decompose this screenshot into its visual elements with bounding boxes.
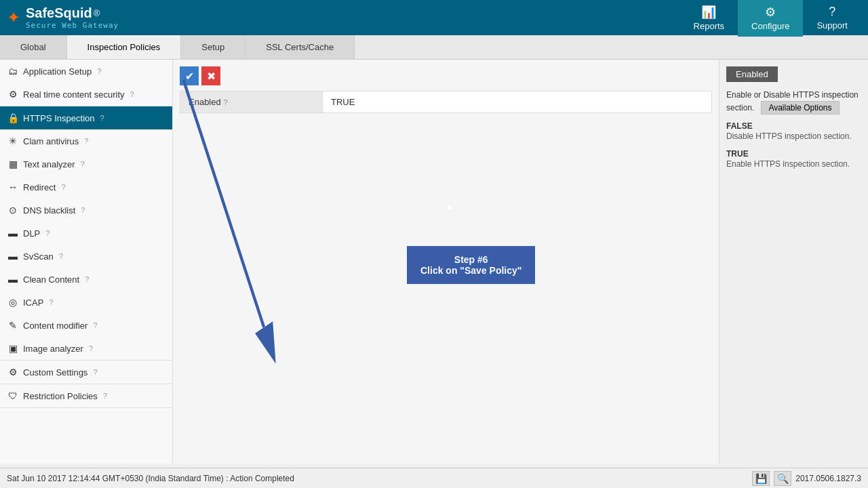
app-tagline: Secure Web Gateway [26, 21, 119, 30]
content-modifier-help-icon: ? [93, 321, 97, 329]
clean-content-help-icon: ? [85, 275, 89, 283]
sidebar-item-clean-content-label: Clean Content [23, 274, 79, 285]
status-bar: Sat Jun 10 2017 12:14:44 GMT+0530 (India… [0, 468, 868, 488]
sidebar: 🗂 Application Setup ? ⚙ Real time conten… [0, 60, 173, 464]
sidebar-item-content-modifier[interactable]: ✎ Content modifier ? [0, 314, 172, 337]
clam-antivirus-icon: ✳ [7, 136, 19, 146]
restriction-policies-help-icon: ? [103, 392, 107, 400]
sidebar-item-svscan[interactable]: ▬ SvScan ? [0, 245, 172, 268]
available-options-button[interactable]: Available Options [761, 101, 839, 115]
sidebar-item-text-analyzer-label: Text analyzer [23, 159, 75, 169]
sidebar-item-image-analyzer[interactable]: ▣ Image analyzer ? [0, 337, 172, 360]
rp-option-false: FALSE Disable HTTPS inspection section. [726, 121, 861, 142]
sidebar-section-1: 🗂 Application Setup ? ⚙ Real time conten… [0, 60, 172, 106]
sidebar-item-https-inspection[interactable]: 🔒 HTTPS Inspection ? [0, 106, 172, 129]
field-value: TRUE [323, 92, 363, 113]
reports-nav-btn[interactable]: 📊 Reports [680, 0, 738, 37]
text-analyzer-help-icon: ? [81, 160, 85, 168]
rp-false-desc: Disable HTTPS inspection section. [726, 131, 861, 142]
sidebar-item-custom-settings-label: Custom Settings [23, 367, 87, 378]
sidebar-item-application-setup-label: Application Setup [23, 66, 92, 77]
sidebar-item-content-modifier-label: Content modifier [23, 321, 87, 331]
sidebar-item-real-time-label: Real time content security [23, 89, 125, 100]
content-modifier-icon: ✎ [7, 320, 19, 331]
redirect-help-icon: ? [61, 183, 65, 191]
dlp-icon: ▬ [7, 228, 19, 239]
policy-row: Enabled ? TRUE [180, 91, 712, 113]
rp-enabled-button[interactable]: Enabled [726, 66, 778, 82]
arrow-overlay [173, 60, 719, 464]
tab-global[interactable]: Global [0, 35, 67, 59]
search-icon-button[interactable]: 🔍 [774, 471, 791, 486]
https-inspection-icon: 🔒 [7, 113, 19, 123]
sidebar-item-clean-content[interactable]: ▬ Clean Content ? [0, 268, 172, 291]
sidebar-section-2: 🔒 HTTPS Inspection ? ✳ Clam antivirus ? … [0, 106, 172, 361]
svscan-icon: ▬ [7, 251, 19, 262]
configure-label: Configure [751, 21, 789, 31]
configure-icon: ⚙ [765, 5, 776, 20]
top-nav: ✦ SafeSquid ® Secure Web Gateway 📊 Repor… [0, 0, 868, 35]
brand-name: SafeSquid ® [26, 5, 119, 21]
real-time-help-icon: ? [130, 90, 134, 98]
https-help-icon: ? [100, 114, 104, 122]
step-line1: Step #6 [420, 254, 521, 265]
save-icon-button[interactable]: 💾 [752, 471, 770, 486]
reports-icon: 📊 [701, 5, 716, 20]
sidebar-item-image-analyzer-label: Image analyzer [23, 344, 83, 354]
redirect-icon: ↔ [7, 182, 19, 192]
sidebar-item-dlp[interactable]: ▬ DLP ? [0, 222, 172, 245]
rp-true-name: TRUE [726, 149, 861, 159]
sidebar-item-custom-settings[interactable]: ⚙ Custom Settings ? [0, 361, 172, 384]
sidebar-item-dlp-label: DLP [23, 228, 40, 239]
sidebar-item-svscan-label: SvScan [23, 251, 54, 262]
main-layout: 🗂 Application Setup ? ⚙ Real time conten… [0, 60, 868, 464]
save-policy-button[interactable]: ✔ [180, 66, 199, 85]
custom-settings-icon: ⚙ [7, 367, 19, 378]
sidebar-item-real-time-content[interactable]: ⚙ Real time content security ? [0, 83, 172, 106]
configure-nav-btn[interactable]: ⚙ Configure [738, 0, 803, 37]
sidebar-item-clam-antivirus[interactable]: ✳ Clam antivirus ? [0, 129, 172, 152]
application-setup-icon: 🗂 [7, 66, 19, 77]
rp-option-true: TRUE Enable HTTPS inspection section. [726, 149, 861, 170]
sidebar-item-restriction-policies[interactable]: 🛡 Restriction Policies ? [0, 384, 172, 407]
sidebar-section-3: ⚙ Custom Settings ? [0, 361, 172, 384]
svscan-help-icon: ? [59, 252, 63, 260]
application-setup-help-icon: ? [97, 67, 101, 75]
sidebar-item-icap-label: ICAP [23, 298, 43, 308]
sidebar-item-dns-blacklist[interactable]: ⊙ DNS blacklist ? [0, 199, 172, 222]
logo-wrap: SafeSquid ® Secure Web Gateway [26, 5, 119, 30]
dlp-help-icon: ? [45, 229, 50, 237]
restriction-policies-icon: 🛡 [7, 390, 19, 401]
custom-settings-help-icon: ? [93, 368, 97, 376]
sidebar-item-restriction-policies-label: Restriction Policies [23, 391, 98, 401]
content-area: ✔ ✖ Enabled ? TRUE Step #6 Click on "Sav… [173, 60, 719, 464]
sidebar-item-https-label: HTTPS Inspection [23, 113, 95, 123]
tab-inspection-policies[interactable]: Inspection Policies [67, 35, 182, 59]
sidebar-item-redirect[interactable]: ↔ Redirect ? [0, 176, 172, 199]
sidebar-section-4: 🛡 Restriction Policies ? [0, 384, 172, 408]
logo-icon: ✦ [7, 8, 20, 27]
right-panel: Enabled Enable or Disable HTTPS inspecti… [719, 60, 868, 464]
dns-help-icon: ? [81, 206, 85, 214]
tab-ssl-certs[interactable]: SSL Certs/Cache [245, 35, 355, 59]
cancel-button[interactable]: ✖ [201, 66, 220, 85]
status-message: Sat Jun 10 2017 12:14:44 GMT+0530 (India… [7, 474, 294, 483]
app-trademark: ® [94, 8, 100, 18]
enabled-help-icon: ? [224, 98, 228, 106]
sidebar-item-application-setup[interactable]: 🗂 Application Setup ? [0, 60, 172, 83]
tab-setup[interactable]: Setup [181, 35, 245, 59]
real-time-content-icon: ⚙ [7, 89, 19, 100]
app-name: SafeSquid [26, 5, 92, 21]
version-text: 2017.0506.1827.3 [795, 474, 861, 483]
rp-false-name: FALSE [726, 121, 861, 131]
field-label: Enabled ? [180, 92, 323, 113]
tabs-row: Global Inspection Policies Setup SSL Cer… [0, 35, 868, 60]
nav-right: 📊 Reports ⚙ Configure ? Support [680, 0, 861, 37]
step-bubble: Step #6 Click on "Save Policy" [407, 246, 535, 284]
clam-help-icon: ? [84, 137, 88, 145]
sidebar-item-text-analyzer[interactable]: ▦ Text analyzer ? [0, 152, 172, 176]
status-right: 💾 🔍 2017.0506.1827.3 [752, 471, 861, 486]
sidebar-item-dns-label: DNS blacklist [23, 205, 75, 216]
support-nav-btn[interactable]: ? Support [803, 0, 861, 36]
sidebar-item-icap[interactable]: ◎ ICAP ? [0, 291, 172, 314]
